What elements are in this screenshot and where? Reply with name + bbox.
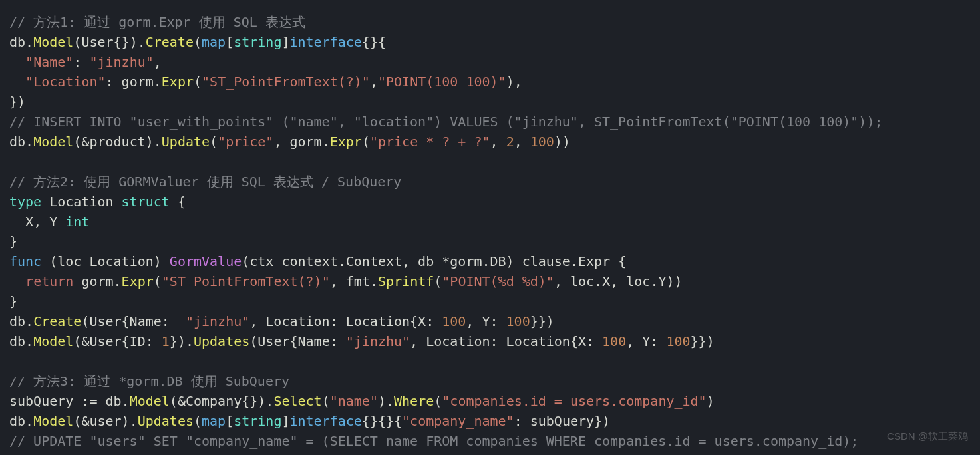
call-model: Model [33,333,73,349]
string: "company_name" [402,413,514,429]
string: "ST_PointFromText(?)" [202,74,370,90]
kw-type: type [9,194,41,210]
call-update: Update [162,134,210,150]
code-block: // 方法1: 通过 gorm.Expr 使用 SQL 表达式 db.Model… [0,0,980,455]
string: "ST_PointFromText(?)" [162,273,330,289]
string: "Name" [25,54,73,70]
string: "name" [330,393,378,409]
string: "companies.id = users.company_id" [442,393,706,409]
kw-struct: struct [122,194,170,210]
comment-line: // INSERT INTO "user_with_points" ("name… [9,114,882,130]
call-model: Model [33,34,73,50]
comment-line: // UPDATE "users" SET "company_name" = (… [9,433,858,449]
call-select: Select [273,393,321,409]
number: 100 [530,134,554,150]
number: 2 [506,134,514,150]
kw-func: func [9,253,41,269]
call-expr: Expr [122,273,154,289]
number: 100 [442,313,466,329]
kw-interface: interface [289,413,361,429]
string: "POINT(100 100)" [378,74,506,90]
type-string: string [234,413,281,429]
comment-line: // 方法1: 通过 gorm.Expr 使用 SQL 表达式 [9,14,305,30]
number: 1 [162,333,170,349]
call-expr: Expr [330,134,362,150]
kw-interface: interface [289,34,361,50]
kw-map: map [202,413,226,429]
call-model: Model [130,393,170,409]
call-create: Create [146,34,194,50]
string: "price * ? + ?" [370,134,490,150]
call-create: Create [33,313,81,329]
string: "Location" [25,74,105,90]
call-expr: Expr [162,74,194,90]
number: 100 [666,333,690,349]
call-sprintf: Sprintf [378,273,434,289]
comment-line: // 方法2: 使用 GORMValuer 使用 SQL 表达式 / SubQu… [9,174,401,190]
string: "jinzhu" [346,333,410,349]
number: 100 [602,333,626,349]
kw-map: map [202,34,226,50]
fn-gormvalue: GormValue [170,253,242,269]
string: "POINT(%d %d)" [442,273,554,289]
call-model: Model [33,413,73,429]
string: "jinzhu" [186,313,249,329]
number: 100 [506,313,530,329]
call-model: Model [33,134,73,150]
call-updates: Updates [138,413,194,429]
string: "price" [218,134,273,150]
call-where: Where [394,393,434,409]
call-updates: Updates [194,333,249,349]
string: "jinzhu" [89,54,153,70]
type-string: string [234,34,281,50]
code: db. [9,34,33,50]
type-int: int [65,214,89,229]
comment-line: // 方法3: 通过 *gorm.DB 使用 SubQuery [9,373,289,389]
kw-return: return [25,273,73,289]
